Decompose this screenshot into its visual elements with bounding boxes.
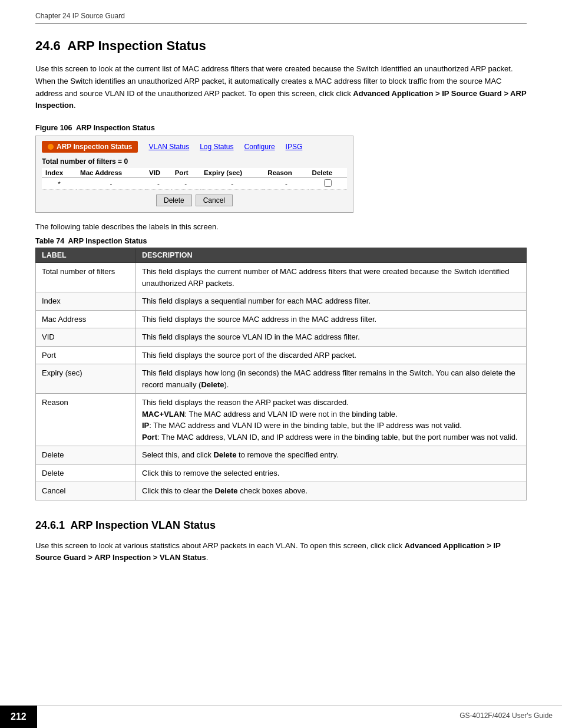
chapter-header-text: Chapter 24 IP Source Guard [35,12,125,20]
nav-link-ipsg[interactable]: IPSG [286,143,303,151]
figure-nav: ARP Inspection Status VLAN Status Log St… [42,141,347,153]
figure-label: Figure 106 ARP Inspection Status [35,124,527,132]
main-table: LABEL DESCRIPTION Total number of filter… [35,248,527,500]
table-row: Cancel Click this to clear the Delete ch… [36,482,527,500]
figure-total: Total number of filters = 0 [42,157,347,166]
col-expiry: Expiry (sec) [200,168,264,178]
table-row: Expiry (sec) This field displays how lon… [36,364,527,394]
nav-tab-active[interactable]: ARP Inspection Status [42,141,138,153]
desc-text: The following table describes the labels… [35,222,527,231]
row-label: Mac Address [36,310,136,328]
table-row: Port This field displays the source port… [36,346,527,364]
figure-box: ARP Inspection Status VLAN Status Log St… [35,136,353,213]
row-label: Delete [36,464,136,482]
section-body: Use this screen to look at the current l… [35,63,527,112]
row-label: Cancel [36,482,136,500]
subsection-title: 24.6.1 ARP Inspection VLAN Status [35,519,527,532]
row-desc: This field displays a sequential number … [136,292,527,311]
table-row: Mac Address This field displays the sour… [36,310,527,328]
row-desc-reason: This field displays the reason the ARP p… [136,394,527,446]
col-port: Port [171,168,200,178]
col-vid: VID [146,168,171,178]
row-label: Total number of filters [36,263,136,292]
table-row: Delete Select this, and click Delete to … [36,446,527,465]
cancel-button[interactable]: Cancel [196,195,233,206]
figure-buttons: Delete Cancel [42,195,347,206]
row-label: Delete [36,446,136,465]
status-dot [48,144,54,150]
row-desc: This field displays the source MAC addre… [136,310,527,328]
table-row: * - - - - - [42,178,347,190]
row-label: Expiry (sec) [36,364,136,394]
table74-label: Table 74 ARP Inspection Status [35,237,527,245]
row-desc: Click this to clear the Delete check box… [136,482,527,500]
footer-bar: 212 GS-4012F/4024 User's Guide [0,705,562,728]
row-label: Index [36,292,136,311]
subsection-body: Use this screen to look at various stati… [35,540,527,565]
row-label: VID [36,328,136,347]
row-desc: This field displays the source VLAN ID i… [136,328,527,347]
table-row: Total number of filters This field displ… [36,263,527,292]
row-desc: This field displays the source port of t… [136,346,527,364]
col-mac: Mac Address [77,168,146,178]
table-row: Index This field displays a sequential n… [36,292,527,311]
nav-link-log-status[interactable]: Log Status [200,143,233,151]
col-delete: Delete [309,168,347,178]
row-desc: This field displays the current number o… [136,263,527,292]
delete-check[interactable] [324,179,332,187]
table-row: Reason This field displays the reason th… [36,394,527,446]
row-label: Reason [36,394,136,446]
table-row: VID This field displays the source VLAN … [36,328,527,347]
chapter-header: Chapter 24 IP Source Guard [35,12,527,24]
table-row: Delete Click this to remove the selected… [36,464,527,482]
nav-link-configure[interactable]: Configure [244,143,275,151]
th-label: LABEL [36,248,136,263]
delete-checkbox[interactable] [309,178,347,190]
figure-table: Index Mac Address VID Port Expiry (sec) … [42,168,347,190]
row-desc: This field displays how long (in seconds… [136,364,527,394]
row-label: Port [36,346,136,364]
col-index: Index [42,168,77,178]
row-desc: Select this, and click Delete to remove … [136,446,527,465]
col-reason: Reason [264,168,308,178]
th-description: DESCRIPTION [136,248,527,263]
row-desc: Click this to remove the selected entrie… [136,464,527,482]
section-title: 24.6 ARP Inspection Status [35,38,527,54]
footer-page-number: 212 [0,706,37,728]
footer-right: GS-4012F/4024 User's Guide [37,706,562,728]
delete-button[interactable]: Delete [156,195,192,206]
nav-link-vlan-status[interactable]: VLAN Status [148,143,189,151]
